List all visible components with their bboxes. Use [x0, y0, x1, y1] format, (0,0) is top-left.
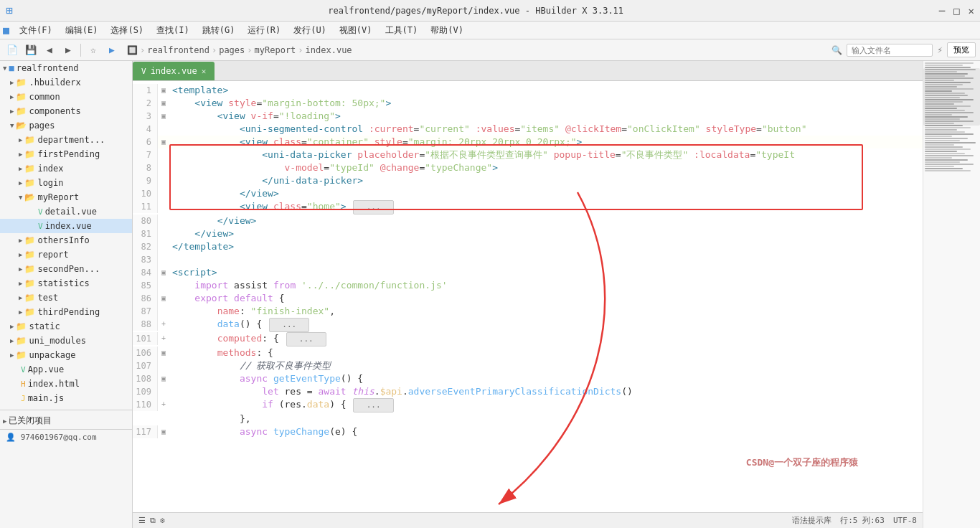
toolbar-run[interactable]: ▶ [104, 42, 120, 58]
toolbar-star[interactable]: ☆ [85, 42, 101, 58]
sidebar-unimodules[interactable]: ▶ 📁 uni_modules [0, 334, 132, 348]
arrow-right-icon: ▶ [19, 179, 22, 187]
copy-icon[interactable]: ⧉ [150, 516, 156, 525]
mini-map[interactable] [923, 61, 980, 528]
collapsed-indicator-if[interactable]: ... [353, 398, 393, 412]
tab-index-vue[interactable]: V index.vue ✕ [133, 62, 215, 80]
line-expand-icon[interactable]: ▣ [158, 84, 169, 97]
line-expand-icon[interactable]: + [158, 332, 169, 345]
line-number: 107 [133, 359, 158, 372]
sidebar-firstpending[interactable]: ▶ 📁 firstPending [0, 147, 132, 161]
line-number: 88 [133, 318, 158, 331]
sidebar-detail-vue[interactable]: V detail.vue [0, 204, 132, 219]
menu-view[interactable]: 视图(V) [334, 23, 378, 38]
line-expand-icon[interactable]: ▣ [158, 292, 169, 305]
sidebar-unpackage[interactable]: ▶ 📁 unpackage [0, 348, 132, 362]
line-number: 101 [133, 332, 158, 345]
tab-close-button[interactable]: ✕ [202, 67, 207, 76]
line-content: <script> [169, 266, 217, 279]
toolbar-forward[interactable]: ▶ [60, 42, 76, 58]
breadcrumb-file[interactable]: index.vue [306, 45, 352, 55]
folder-icon: 📁 [16, 92, 27, 102]
collapsed-indicator[interactable]: ... [353, 200, 393, 214]
code-line-11: 11 <view class="home"> ... [133, 200, 923, 214]
sidebar-index-html[interactable]: H index.html [0, 377, 132, 391]
sidebar-components[interactable]: ▶ 📁 components [0, 104, 132, 118]
sidebar-login[interactable]: ▶ 📁 login [0, 176, 132, 190]
sidebar-statistics[interactable]: ▶ 📁 statistics [0, 276, 132, 291]
line-content: computed: { ... [169, 332, 328, 346]
toolbar-back[interactable]: ◀ [42, 42, 57, 58]
line-expand-icon[interactable]: ▣ [158, 266, 169, 279]
menu-jump[interactable]: 跳转(G) [197, 23, 241, 38]
menu-tools[interactable]: 工具(T) [380, 23, 424, 38]
line-expand-icon[interactable]: ▣ [158, 110, 169, 123]
minimize-button[interactable]: ─ [939, 5, 945, 16]
format-icon[interactable]: ☰ [138, 516, 146, 525]
minimap-viewport [923, 68, 980, 126]
line-content: data() { ... [169, 318, 311, 332]
close-button[interactable]: ✕ [969, 5, 974, 16]
preview-button[interactable]: 预览 [947, 42, 976, 57]
sidebar-main-js[interactable]: J main.js [0, 391, 132, 405]
sidebar-hbuilderx-label: .hbuilderx [29, 77, 80, 88]
toolbar-save[interactable]: 💾 [23, 42, 39, 58]
line-content: import assist from '../../common/functio… [169, 279, 448, 292]
line-number: 8 [133, 161, 158, 174]
sidebar-pages[interactable]: ▼ 📂 pages [0, 118, 132, 133]
menu-publish[interactable]: 发行(U) [288, 23, 332, 38]
breadcrumb-pages[interactable]: pages [219, 45, 245, 55]
sidebar: ▼ ■ realfrontend ▶ 📁 .hbuilderx ▶ 📁 comm… [0, 61, 133, 528]
line-expand-icon[interactable]: ▣ [158, 346, 169, 359]
collapsed-indicator-data[interactable]: ... [269, 318, 309, 332]
sidebar-closed-projects[interactable]: ▶ 已关闭项目 [0, 412, 132, 429]
folder-icon: 📁 [24, 164, 35, 174]
sidebar-test[interactable]: ▶ 📁 test [0, 291, 132, 305]
menu-help[interactable]: 帮助(V) [425, 23, 469, 38]
sidebar-components-label: components [29, 106, 80, 116]
sidebar-report[interactable]: ▶ 📁 report [0, 248, 132, 262]
collapsed-indicator-computed[interactable]: ... [286, 332, 326, 346]
folder-icon: 📁 [24, 178, 35, 188]
file-search-input[interactable] [847, 44, 933, 57]
line-expand-icon[interactable]: ▣ [158, 372, 169, 385]
settings-icon[interactable]: ⚙ [160, 516, 165, 525]
sidebar-department[interactable]: ▶ 📁 department... [0, 133, 132, 147]
menu-select[interactable]: 选择(S) [105, 23, 149, 38]
sidebar-root[interactable]: ▼ ■ realfrontend [0, 61, 132, 75]
code-editor[interactable]: 1 ▣ <template> 2 ▣ <view style="margin-b… [133, 81, 923, 512]
code-line-117: 117 ▣ async typeChange(e) { [133, 425, 923, 438]
sidebar-static[interactable]: ▶ 📁 static [0, 319, 132, 334]
line-expand-icon[interactable]: + [158, 318, 169, 331]
line-content: <uni-segmented-control :current="current… [169, 123, 807, 136]
menu-run[interactable]: 运行(R) [242, 23, 286, 38]
sidebar-myreport[interactable]: ▼ 📂 myReport [0, 190, 132, 204]
window-controls[interactable]: ─ □ ✕ [939, 5, 974, 16]
arrow-right-icon: ▶ [10, 79, 14, 86]
sidebar-index[interactable]: ▶ 📁 index [0, 161, 132, 176]
line-expand-icon[interactable]: + [158, 398, 169, 411]
line-expand-icon[interactable]: ▣ [158, 97, 169, 110]
line-expand-icon[interactable]: ▣ [158, 136, 169, 148]
sidebar-common[interactable]: ▶ 📁 common [0, 90, 132, 104]
sidebar-othersinfo[interactable]: ▶ 📁 othersInfo [0, 233, 132, 248]
account-label: 974601967@qq.com [21, 433, 97, 442]
menu-file[interactable]: 文件(F) [14, 23, 58, 38]
sidebar-index-vue[interactable]: V index.vue [0, 219, 132, 233]
toolbar-new[interactable]: 📄 [4, 42, 20, 58]
breadcrumb-report[interactable]: myReport [255, 45, 296, 55]
sidebar-thirdpending[interactable]: ▶ 📁 thirdPending [0, 305, 132, 319]
sidebar-app-vue[interactable]: V App.vue [0, 362, 132, 377]
sidebar-unpackage-label: unpackage [29, 350, 75, 360]
maximize-button[interactable]: □ [953, 5, 959, 16]
menu-edit[interactable]: 编辑(E) [60, 23, 104, 38]
sidebar-hbuilderx[interactable]: ▶ 📁 .hbuilderx [0, 75, 132, 90]
toolbar: 📄 💾 ◀ ▶ ☆ ▶ 🔲 › realfrontend › pages › m… [0, 39, 980, 61]
line-expand-icon[interactable]: ▣ [158, 425, 169, 438]
breadcrumb-root[interactable]: realfrontend [147, 45, 209, 55]
sidebar-secondpen[interactable]: ▶ 📁 secondPen... [0, 262, 132, 276]
menu-find[interactable]: 查找(I) [151, 23, 195, 38]
arrow-right-icon: ▶ [10, 108, 14, 115]
folder-icon: 📁 [24, 149, 35, 159]
code-line-3: 3 ▣ <view v-if="!loading"> [133, 110, 923, 123]
